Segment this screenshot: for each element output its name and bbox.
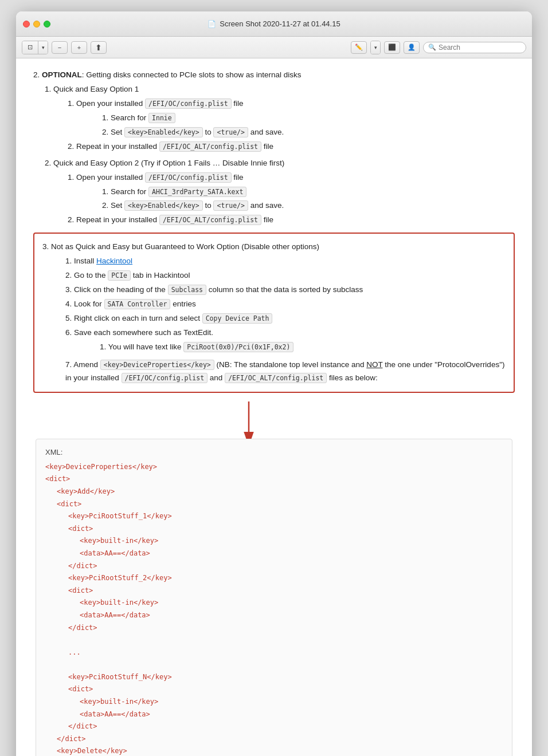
code-oc-config: /EFI/OC/config.plist <box>122 373 208 383</box>
titlebar: 📄 Screen Shot 2020-11-27 at 01.44.15 <box>16 11 532 37</box>
option3-step2: 2. Go to the PCIe tab in Hackintool <box>65 269 506 282</box>
search-icon: 🔍 <box>428 44 436 51</box>
code-config2: /EFI/OC/config.plist <box>145 172 231 183</box>
option1-step2: 2. Repeat in your installed /EFI/OC_ALT/… <box>68 140 515 153</box>
option1-step1b: 2. Set <key>Enabled</key> to <true/> and… <box>102 126 515 139</box>
code-ahci: AHCI_3rdParty_SATA.kext <box>148 187 246 197</box>
minimize-button[interactable] <box>33 21 40 27</box>
window-title: Screen Shot 2020-11-27 at 01.44.15 <box>220 19 340 28</box>
optional-text: : Getting disks connected to PCIe slots … <box>82 70 302 79</box>
person-button[interactable]: 👤 <box>404 41 420 54</box>
code-innie: Innie <box>148 113 175 123</box>
arrow-area <box>33 399 515 439</box>
code-alt-config1: /EFI/OC_ALT/config.plist <box>159 141 261 152</box>
zoom-in-button[interactable]: + <box>71 41 87 54</box>
share-button[interactable]: ⬆ <box>91 41 107 54</box>
option1-steps: 1. Open your installed /EFI/OC/config.pl… <box>45 97 515 153</box>
option1-section: 1. Quick and Easy Option 1 1. Open your … <box>33 83 515 153</box>
option2-section: 2. Quick and Easy Option 2 (Try if Optio… <box>33 157 515 227</box>
option3-step1: 1. Install Hackintool <box>65 255 506 268</box>
option3-step7: 7. Amend <key>DeviceProperties</key> (NB… <box>65 359 506 385</box>
annotate-group: ▾ <box>370 41 381 54</box>
xml-content: <key>DeviceProperties</key><dict><key>Ad… <box>45 461 503 756</box>
maximize-button[interactable] <box>44 21 50 27</box>
option3-step4: 4. Look for SATA Controller entries <box>65 298 506 311</box>
option1-substeps: 1. Search for Innie 2. Set <key>Enabled<… <box>68 112 515 139</box>
option1-header: 1. Quick and Easy Option 1 <box>45 83 515 96</box>
sidebar-dropdown-button[interactable]: ▾ <box>38 41 48 54</box>
code-oc-alt-config: /EFI/OC_ALT/config.plist <box>225 373 327 383</box>
main-content: 2. OPTIONAL: Getting disks connected to … <box>16 58 532 756</box>
option1-label: Quick and Easy Option 1 <box>53 85 139 93</box>
code-copy-device-path: Copy Device Path <box>202 313 273 324</box>
code-true1: <true/> <box>213 127 248 137</box>
option2-step1: 1. Open your installed /EFI/OC/config.pl… <box>68 171 515 184</box>
option2-steps: 1. Open your installed /EFI/OC/config.pl… <box>45 171 515 227</box>
annotate-button[interactable]: ✏️ <box>351 41 367 54</box>
option3-header: 3. Not as Quick and Easy but Guaranteed … <box>42 241 506 254</box>
traffic-lights <box>23 21 50 27</box>
titlebar-title: 📄 Screen Shot 2020-11-27 at 01.44.15 <box>208 19 340 28</box>
zoom-out-button[interactable]: − <box>52 41 68 54</box>
option3-step6a: 1. You will have text like PciRoot(0x0)/… <box>65 341 506 354</box>
option2-step1a: 1. Search for AHCI_3rdParty_SATA.kext <box>102 186 515 199</box>
annotate-dropdown[interactable]: ▾ <box>371 41 380 54</box>
close-button[interactable] <box>23 21 30 27</box>
search-input[interactable] <box>439 44 521 52</box>
code-subclass: Subclass <box>168 285 206 295</box>
code-enabled2: <key>Enabled</key> <box>124 200 203 211</box>
option1-step1: 1. Open your installed /EFI/OC/config.pl… <box>68 97 515 111</box>
code-config1: /EFI/OC/config.plist <box>145 99 231 109</box>
sidebar-toggle-group: ⊡ ▾ <box>22 41 48 54</box>
code-alt-config2: /EFI/OC_ALT/config.plist <box>159 215 261 225</box>
option2-substeps: 1. Search for AHCI_3rdParty_SATA.kext 2.… <box>68 186 515 213</box>
optional-label: OPTIONAL <box>42 70 82 79</box>
item-2: 2. OPTIONAL: Getting disks connected to … <box>33 69 515 82</box>
option3-label: Not as Quick and Easy but Guaranteed to … <box>51 242 319 251</box>
option2-header: 2. Quick and Easy Option 2 (Try if Optio… <box>45 157 515 170</box>
code-true2: <true/> <box>213 200 248 211</box>
sidebar-toggle-button[interactable]: ⊡ <box>22 41 38 54</box>
not-label: NOT <box>366 360 382 369</box>
option2-step2: 2. Repeat in your installed /EFI/OC_ALT/… <box>68 214 515 227</box>
search-box[interactable]: 🔍 <box>423 42 526 53</box>
option3-step6: 6. Save each somewhere such as TextEdit. <box>65 326 506 340</box>
toolbar: ⊡ ▾ − + ⬆ ✏️ ▾ ⬛ 👤 🔍 <box>16 37 532 58</box>
option3-highlight-box: 3. Not as Quick and Easy but Guaranteed … <box>33 233 515 392</box>
code-enabled1: <key>Enabled</key> <box>124 127 203 137</box>
option3-step3: 3. Click on the heading of the Subclass … <box>65 284 506 297</box>
option3-step5: 5. Right click on each in turn and selec… <box>65 312 506 325</box>
xml-label: XML: <box>45 446 503 459</box>
option1-step1a: 1. Search for Innie <box>102 112 515 125</box>
code-pciroot: PciRoot(0x0)/Pci(0x1F,0x2) <box>183 342 293 352</box>
hackintool-link[interactable]: Hackintool <box>96 257 132 265</box>
option3-steps: 1. Install Hackintool 2. Go to the PCIe … <box>42 255 506 384</box>
document-icon: 📄 <box>208 20 216 28</box>
code-sata: SATA Controller <box>104 299 171 309</box>
option2-step1b: 2. Set <key>Enabled</key> to <true/> and… <box>102 199 515 212</box>
xml-block: XML: <key>DeviceProperties</key><dict><k… <box>36 439 512 756</box>
crop-button[interactable]: ⬛ <box>384 41 400 54</box>
code-device-properties: <key>DeviceProperties</key> <box>100 360 214 370</box>
arrow-svg <box>226 399 272 439</box>
window: 📄 Screen Shot 2020-11-27 at 01.44.15 ⊡ ▾… <box>16 11 532 756</box>
code-pcie: PCIe <box>108 270 131 281</box>
option2-label: Quick and Easy Option 2 (Try if Option 1… <box>53 159 284 167</box>
